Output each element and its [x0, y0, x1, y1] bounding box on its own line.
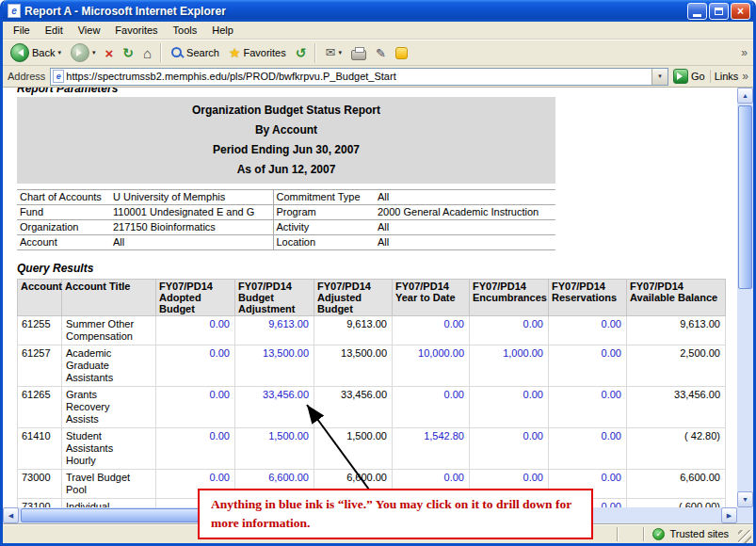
drill-down-link[interactable]: 10,000.00	[393, 345, 470, 387]
scroll-left-button[interactable]: ◀	[3, 507, 19, 523]
drill-down-link[interactable]: 0.00	[549, 316, 627, 345]
status-separator	[643, 527, 645, 541]
drill-down-link[interactable]: 0.00	[156, 316, 235, 345]
column-header-line: FY07/PD14	[473, 281, 545, 292]
parameter-row: AccountAllLocationAll	[17, 235, 555, 250]
drill-down-link[interactable]: 1,500.00	[235, 428, 314, 470]
menu-favorites[interactable]: Favorites	[107, 23, 165, 38]
forward-button[interactable]: ▾	[67, 41, 100, 64]
drill-down-link[interactable]: 0.00	[470, 387, 549, 428]
amount-cell: 6,600.00	[627, 470, 726, 499]
report-title-line: Period Ending Jun 30, 2007	[17, 140, 555, 160]
column-header: FY07/PD14Available Balance	[627, 280, 726, 316]
parameters-table: Chart of AccountsU University of Memphis…	[17, 189, 555, 250]
address-input[interactable]	[64, 71, 651, 82]
forward-dropdown-icon[interactable]: ▾	[92, 49, 96, 56]
stop-icon: ×	[105, 46, 114, 60]
drill-down-link[interactable]: 0.00	[549, 387, 627, 428]
mail-dropdown-icon[interactable]: ▾	[338, 49, 342, 56]
go-icon	[673, 69, 688, 84]
menu-tools[interactable]: Tools	[166, 23, 205, 38]
address-field[interactable]: e ▾	[50, 68, 668, 86]
menu-file[interactable]: File	[6, 23, 38, 38]
scroll-up-button[interactable]: ▲	[737, 88, 753, 104]
drill-down-link[interactable]: 0.00	[156, 387, 235, 428]
edit-button[interactable]: ✎	[372, 44, 390, 62]
account-number: 61255	[18, 316, 62, 345]
column-header-line: Adjusted Budget	[317, 292, 389, 314]
messenger-button[interactable]	[392, 45, 411, 61]
account-number: 73100	[18, 499, 62, 508]
drill-down-link[interactable]: 13,500.00	[235, 345, 314, 387]
scrollbar-corner	[737, 507, 753, 523]
back-dropdown-icon[interactable]: ▾	[57, 49, 61, 56]
browser-viewport: Report Parameters Organization Budget St…	[3, 88, 753, 507]
drill-down-link[interactable]: 0.00	[156, 428, 235, 470]
drill-down-link[interactable]: 33,456.00	[235, 387, 314, 428]
parameter-row: Fund110001 Undesignated E and GProgram20…	[17, 205, 555, 220]
maximize-button[interactable]	[709, 3, 729, 20]
account-number: 73000	[18, 470, 62, 499]
parameter-value: 217150 Bioinformatics	[110, 220, 273, 235]
mail-button[interactable]: ✉ ▾	[321, 44, 345, 61]
trusted-check-icon: ✓	[652, 528, 665, 540]
history-button[interactable]: ↺	[292, 44, 311, 62]
favorites-button[interactable]: ★ Favorites	[225, 44, 290, 61]
page: Report Parameters Organization Budget St…	[3, 88, 737, 507]
column-header-line: Adopted Budget	[159, 292, 232, 314]
drill-down-link[interactable]: 0.00	[549, 345, 627, 387]
account-title-line: Student	[66, 430, 151, 442]
drill-down-link[interactable]: 0.00	[549, 428, 627, 470]
search-icon	[170, 46, 184, 59]
trusted-sites-label: Trusted sites	[669, 528, 729, 539]
go-button[interactable]: Go	[673, 69, 705, 84]
ie-icon: e	[8, 4, 21, 18]
refresh-button[interactable]: ↻	[119, 44, 137, 62]
drill-down-link[interactable]: 1,542.80	[393, 428, 470, 470]
back-button[interactable]: Back ▾	[7, 41, 65, 64]
links-bar[interactable]: Links »	[710, 70, 748, 83]
account-title-line: Assistants	[66, 372, 151, 384]
drill-down-link[interactable]: 0.00	[470, 428, 549, 470]
address-dropdown-button[interactable]: ▾	[651, 69, 668, 85]
vertical-scrollbar[interactable]: ▲ ▼	[737, 88, 753, 507]
stop-button[interactable]: ×	[102, 44, 118, 62]
vertical-scroll-thumb[interactable]	[738, 105, 752, 289]
column-header-line: FY07/PD14	[159, 281, 232, 292]
result-row: 61265GrantsRecoveryAssists0.0033,456.003…	[18, 387, 726, 428]
scroll-right-button[interactable]: ▶	[721, 507, 737, 523]
vertical-scroll-track[interactable]	[737, 104, 753, 491]
close-button[interactable]: ×	[731, 3, 750, 20]
report-parameters-heading: Report Parameters	[17, 88, 725, 95]
browser-window: e Report A - Microsoft Internet Explorer…	[0, 0, 756, 546]
drill-down-link[interactable]: 0.00	[393, 387, 470, 428]
drill-down-link[interactable]: 9,613.00	[235, 316, 314, 345]
resize-grip[interactable]	[738, 530, 751, 543]
parameter-label: Organization	[17, 220, 110, 235]
account-title: IndividualInstate Travel	[62, 499, 156, 508]
drill-down-link[interactable]: 0.00	[156, 345, 235, 387]
toolbar-overflow-chevron[interactable]: »	[741, 46, 749, 59]
menu-edit[interactable]: Edit	[38, 23, 71, 38]
report-title-line: Organization Budget Status Report	[17, 101, 555, 120]
drill-down-link[interactable]: 1,000.00	[470, 345, 549, 387]
amount-cell: ( 42.80)	[627, 428, 726, 470]
result-row: 61255Summer OtherCompensation0.009,613.0…	[18, 316, 726, 345]
minimize-button[interactable]	[687, 3, 707, 20]
account-title: Summer OtherCompensation	[62, 316, 156, 345]
column-header: FY07/PD14Adopted Budget	[156, 280, 235, 316]
back-icon	[10, 43, 29, 62]
home-button[interactable]: ⌂	[139, 44, 155, 62]
menu-view[interactable]: View	[71, 23, 108, 38]
print-button[interactable]	[347, 44, 370, 62]
scroll-down-button[interactable]: ▼	[737, 491, 753, 507]
column-header: Account Title	[62, 280, 156, 316]
page-icon: e	[53, 70, 64, 83]
search-button[interactable]: Search	[167, 44, 223, 61]
drill-down-link[interactable]: 0.00	[393, 316, 470, 345]
links-chevron[interactable]: »	[742, 70, 748, 83]
drill-down-link[interactable]: 0.00	[470, 316, 549, 345]
report-title-box: Organization Budget Status ReportBy Acco…	[17, 97, 555, 184]
amount-cell: 9,613.00	[314, 316, 393, 345]
menu-help[interactable]: Help	[204, 23, 241, 38]
